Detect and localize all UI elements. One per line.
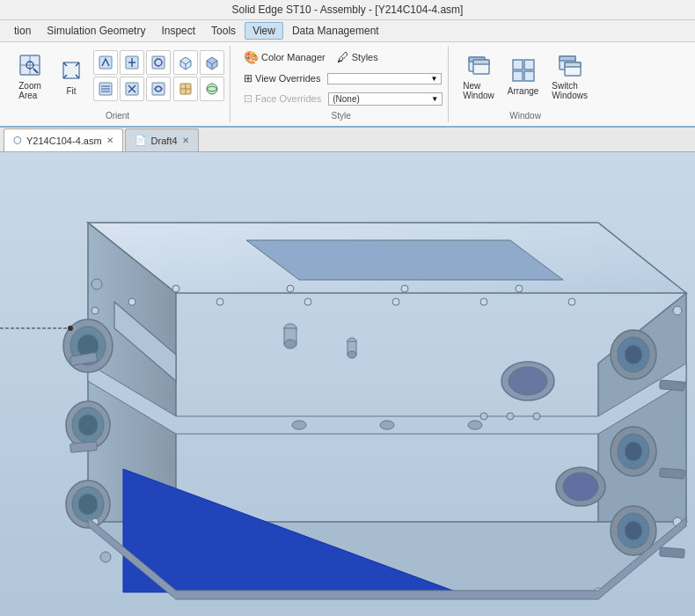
svg-point-88 [480, 298, 487, 305]
menu-item-inspect[interactable]: Inspect [154, 23, 202, 39]
svg-rect-29 [513, 60, 523, 70]
svg-point-70 [292, 421, 306, 429]
style-row-3: ⊡ Face Overrides (None) ▼ [239, 90, 443, 107]
orient-btn-4[interactable] [93, 77, 118, 101]
svg-rect-32 [524, 71, 534, 81]
title-text: Solid Edge ST10 - Assembly - [Y214C104-4… [232, 4, 464, 16]
title-bar: Solid Edge ST10 - Assembly - [Y214C104-4… [0, 0, 695, 20]
tab-bar: ⬡ Y214C104-4.asm ✕ 📄 Draft4 ✕ [0, 128, 695, 152]
menu-item-data-management[interactable]: Data Management [285, 23, 386, 39]
color-manager-button[interactable]: 🎨 Color Manager [239, 48, 330, 67]
svg-point-50 [78, 414, 98, 436]
menu-bar: tion Simulation Geometry Inspect Tools V… [0, 20, 695, 42]
tab-asm-close[interactable]: ✕ [106, 136, 113, 145]
cube-btns [173, 50, 224, 101]
svg-rect-36 [565, 62, 581, 67]
svg-point-101 [507, 413, 514, 420]
svg-rect-66 [70, 442, 98, 453]
view-overrides-button[interactable]: ⊞ View Overrides [239, 70, 325, 87]
styles-button[interactable]: 🖊 Styles [333, 48, 383, 67]
ribbon-group-orient: ZoomArea Fit [5, 46, 230, 122]
menu-item-view[interactable]: View [245, 22, 283, 40]
color-manager-label: Color Manager [261, 52, 326, 62]
svg-point-93 [516, 285, 523, 292]
tab-draft-label: Draft4 [151, 136, 178, 146]
cube-btn-1[interactable] [173, 50, 198, 75]
orient-btn-5[interactable] [120, 77, 144, 101]
tab-asm-label: Y214C104-4.asm [26, 136, 102, 146]
svg-marker-43 [246, 240, 563, 280]
cube-btn-2[interactable] [200, 50, 224, 75]
face-overrides-label: Face Overrides [255, 93, 321, 104]
view-overrides-icon: ⊞ [244, 72, 252, 84]
orient-content: ZoomArea Fit [11, 48, 224, 104]
svg-rect-30 [524, 60, 534, 70]
svg-point-90 [172, 285, 179, 292]
tab-asm[interactable]: ⬡ Y214C104-4.asm ✕ [4, 128, 123, 151]
orient-btn-3[interactable] [146, 50, 171, 75]
cube-btn-4[interactable] [200, 77, 224, 101]
svg-point-72 [468, 421, 482, 429]
ribbon: ZoomArea Fit [0, 42, 695, 128]
orient-btn-1[interactable] [93, 50, 118, 75]
menu-item-ion[interactable]: tion [7, 23, 38, 39]
svg-rect-31 [513, 71, 523, 81]
new-window-label: NewWindow [463, 81, 494, 100]
svg-rect-69 [660, 547, 685, 558]
svg-point-61 [625, 442, 642, 461]
face-overrides-dropdown[interactable]: (None) ▼ [328, 92, 443, 106]
svg-point-24 [207, 84, 217, 94]
cube-btn-3[interactable] [173, 77, 198, 101]
fit-button[interactable]: Fit [52, 53, 91, 99]
arrange-label: Arrange [508, 86, 539, 96]
svg-rect-68 [660, 468, 685, 479]
svg-point-54 [91, 279, 102, 290]
svg-point-102 [533, 413, 540, 420]
styles-icon: 🖊 [337, 50, 349, 64]
svg-point-71 [380, 421, 394, 429]
svg-point-104 [68, 326, 73, 331]
canvas-area[interactable] [0, 152, 695, 616]
svg-rect-28 [473, 60, 489, 64]
svg-point-97 [91, 307, 99, 314]
zoom-area-icon [16, 51, 44, 79]
switch-windows-button[interactable]: SwitchWindows [546, 48, 593, 104]
new-window-button[interactable]: NewWindow [457, 48, 500, 104]
switch-windows-icon [556, 51, 584, 79]
svg-point-87 [392, 298, 399, 305]
view-overrides-dropdown[interactable]: ▼ [327, 73, 442, 84]
svg-rect-8 [152, 56, 165, 69]
face-overrides-dropdown-value: (None) [333, 94, 360, 104]
svg-point-85 [216, 298, 223, 305]
menu-item-tools[interactable]: Tools [204, 23, 243, 39]
model-viewport [0, 152, 695, 616]
svg-point-94 [673, 306, 682, 315]
tab-asm-icon: ⬡ [13, 135, 22, 146]
face-dropdown-arrow-icon: ▼ [431, 95, 438, 103]
menu-item-simulation-geometry[interactable]: Simulation Geometry [40, 23, 152, 39]
style-content: 🎨 Color Manager 🖊 Styles ⊞ View Override… [239, 48, 443, 107]
face-overrides-icon: ⊡ [244, 92, 252, 105]
zoom-area-button[interactable]: ZoomArea [11, 48, 49, 104]
svg-point-55 [100, 552, 111, 562]
new-window-icon [465, 51, 493, 79]
orient-grid [93, 50, 171, 101]
face-overrides-button[interactable]: ⊡ Face Overrides [239, 90, 326, 107]
svg-point-74 [508, 367, 547, 395]
orient-btn-2[interactable] [120, 50, 144, 75]
style-row-2: ⊞ View Overrides ▼ [239, 70, 443, 87]
svg-point-64 [625, 521, 642, 540]
svg-point-76 [563, 473, 598, 501]
window-content: NewWindow Arrange [457, 48, 593, 104]
svg-point-92 [401, 285, 408, 292]
tab-draft-close[interactable]: ✕ [182, 136, 189, 145]
orient-label: Orient [106, 109, 129, 121]
style-row-1: 🎨 Color Manager 🖊 Styles [239, 48, 443, 67]
arrange-icon [509, 56, 538, 84]
orient-btn-6[interactable] [146, 77, 171, 101]
svg-rect-34 [560, 56, 575, 61]
fit-label: Fit [66, 86, 76, 96]
tab-draft[interactable]: 📄 Draft4 ✕ [125, 128, 199, 151]
arrange-button[interactable]: Arrange [502, 53, 545, 99]
svg-point-82 [348, 351, 356, 358]
